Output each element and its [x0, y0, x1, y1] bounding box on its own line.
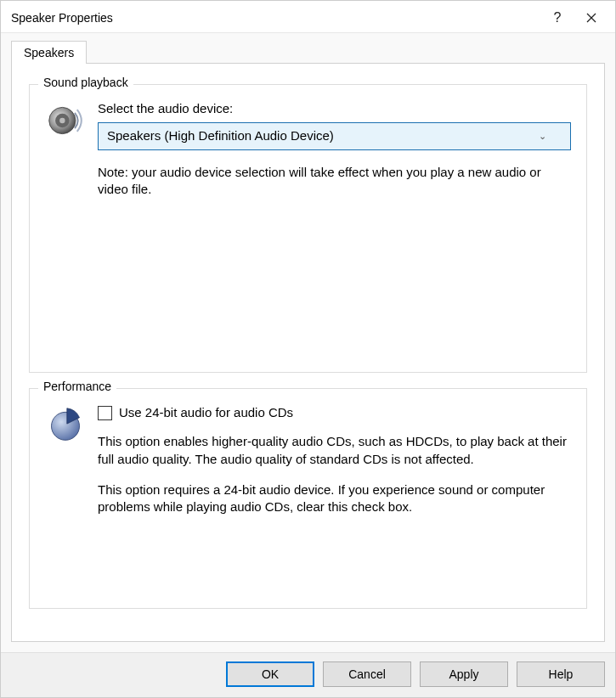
24bit-checkbox-row[interactable]: Use 24-bit audio for audio CDs	[98, 404, 571, 421]
tab-row: Speakers	[11, 40, 605, 63]
close-icon[interactable]	[574, 5, 608, 31]
chevron-down-icon: ⌄	[539, 130, 546, 143]
help-icon[interactable]: ?	[540, 5, 574, 31]
svg-point-4	[59, 118, 65, 123]
audio-device-selected-value: Speakers (High Definition Audio Device)	[107, 127, 334, 144]
sound-playback-group: Sound playback	[29, 84, 587, 373]
ok-button[interactable]: OK	[226, 661, 314, 687]
cancel-button[interactable]: Cancel	[323, 661, 411, 687]
tab-panel: Sound playback	[11, 63, 605, 642]
performance-legend: Performance	[38, 380, 116, 393]
tab-speakers[interactable]: Speakers	[11, 41, 87, 64]
audio-device-select[interactable]: Speakers (High Definition Audio Device) …	[98, 122, 571, 149]
content-area: Speakers Sound playback	[1, 33, 615, 652]
help-button[interactable]: Help	[517, 661, 605, 687]
dialog-window: Speaker Properties ? Speakers Sound play…	[0, 0, 616, 698]
speaker-icon	[45, 100, 86, 139]
24bit-checkbox-label: Use 24-bit audio for audio CDs	[119, 404, 293, 421]
window-title: Speaker Properties	[11, 11, 540, 25]
performance-desc-1: This option enables higher-quality audio…	[98, 433, 571, 468]
playback-note: Note: your audio device selection will t…	[98, 164, 571, 199]
button-row: OK Cancel Apply Help	[1, 652, 615, 697]
apply-button[interactable]: Apply	[420, 661, 508, 687]
sound-playback-legend: Sound playback	[38, 76, 133, 89]
titlebar: Speaker Properties ?	[1, 1, 615, 33]
24bit-checkbox[interactable]	[98, 406, 112, 420]
performance-icon	[45, 404, 86, 443]
select-device-label: Select the audio device:	[98, 100, 571, 117]
performance-group: Performance	[29, 388, 587, 609]
performance-desc-2: This option requires a 24-bit audio devi…	[98, 481, 571, 516]
